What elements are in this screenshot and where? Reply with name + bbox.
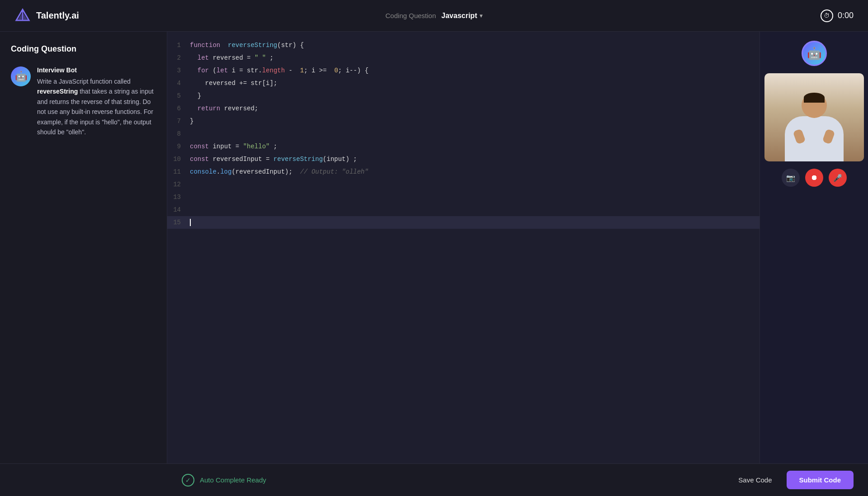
record-icon: ⏺ (811, 174, 818, 182)
bot-name: Interview Bot (37, 66, 156, 74)
bot-avatar: 🤖 (802, 41, 827, 66)
table-row: 11 console.log(reversedInput); // Output… (167, 165, 760, 178)
mic-off-button[interactable]: 🎤 (829, 169, 847, 187)
table-row: 2 let reversed = " " ; (167, 52, 760, 64)
camera-off-button[interactable]: 📷 (782, 169, 800, 187)
header-center: Coding Question Javascript ▾ (386, 12, 483, 20)
table-row: 8 (167, 128, 760, 140)
language-selector[interactable]: Javascript ▾ (441, 12, 482, 20)
submit-button[interactable]: Submit Code (787, 471, 854, 489)
table-row: 9 const input = "hello" ; (167, 140, 760, 153)
person-body (785, 116, 844, 161)
table-row: 12 (167, 178, 760, 191)
autocomplete-icon: ✓ (182, 474, 194, 487)
video-feed (764, 73, 864, 161)
table-row: 5 } (167, 90, 760, 102)
footer-left: ✓ Auto Complete Ready (14, 474, 266, 487)
save-button[interactable]: Save Code (731, 472, 779, 488)
code-container: 1 function reverseString(str) { 2 let re… (167, 32, 760, 463)
table-row: 10 const reversedInput = reverseString(i… (167, 153, 760, 165)
timer-icon: ⏱ (821, 9, 833, 22)
chat-content: Interview Bot Write a JavaScript functio… (37, 66, 156, 137)
header: Talently.ai Coding Question Javascript ▾… (0, 0, 868, 32)
camera-off-icon: 📷 (786, 174, 795, 182)
logo-area: Talently.ai (14, 8, 79, 24)
avatar: 🤖 (11, 66, 31, 86)
talently-logo-icon (14, 8, 31, 24)
chat-text: Write a JavaScript function called rever… (37, 76, 156, 137)
video-panel: 🤖 (760, 32, 868, 463)
table-row: 15 (167, 216, 760, 229)
sidebar-title: Coding Question (11, 44, 156, 54)
code-editor[interactable]: 1 function reverseString(str) { 2 let re… (167, 32, 760, 463)
logo-text: Talently.ai (36, 10, 79, 21)
breadcrumb: Coding Question (386, 12, 436, 19)
table-row: 13 (167, 191, 760, 203)
table-row: 7 } (167, 115, 760, 128)
video-controls: 📷 ⏺ 🎤 (782, 169, 847, 192)
timer-area: ⏱ 0:00 (821, 9, 854, 22)
footer-right: Save Code Submit Code (731, 471, 854, 489)
mic-off-icon: 🎤 (833, 174, 842, 182)
sidebar: Coding Question 🤖 Interview Bot Write a … (0, 32, 167, 463)
person-head (802, 93, 827, 118)
timer-display: 0:00 (838, 11, 854, 20)
chat-message: 🤖 Interview Bot Write a JavaScript funct… (11, 66, 156, 137)
table-row: 6 return reversed; (167, 102, 760, 115)
footer: ✓ Auto Complete Ready Save Code Submit C… (0, 463, 868, 496)
record-button[interactable]: ⏺ (805, 169, 823, 187)
table-row: 14 (167, 203, 760, 216)
table-row: 3 for (let i = str.length - 1; i >= 0; i… (167, 64, 760, 77)
table-row: 4 reversed += str[i]; (167, 77, 760, 90)
table-row: 1 function reverseString(str) { (167, 39, 760, 52)
chevron-down-icon: ▾ (480, 13, 482, 19)
autocomplete-status: Auto Complete Ready (200, 476, 266, 484)
language-label: Javascript (441, 12, 477, 20)
main-layout: Coding Question 🤖 Interview Bot Write a … (0, 32, 868, 463)
